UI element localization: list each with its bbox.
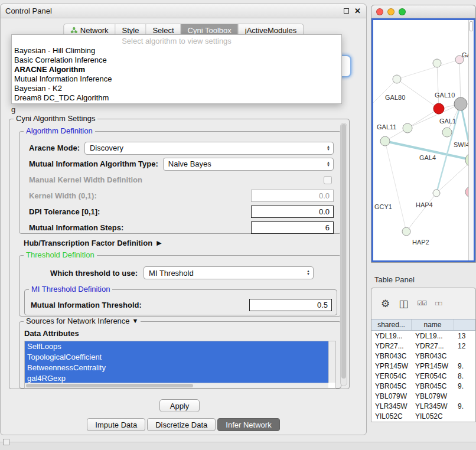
collapsed-arrow-icon[interactable]: ▶ [157,239,161,247]
kernel-width-field: 0.0 [251,190,334,202]
algorithm-definition-legend-text: Algorithm Definition [26,126,93,135]
network-node[interactable] [403,123,412,133]
attribute-list-vertical-scrollbar[interactable] [328,341,335,383]
mi-steps-row: Mutual Information Steps: 6 [29,221,334,234]
network-node[interactable] [433,59,441,67]
network-canvas[interactable]: GALGAL80GAL10GAL11GAL1SWI4GAL4GCY1HAP4HA… [371,18,475,262]
table-row[interactable]: YBR045CYBR045C9. [371,381,475,391]
threshold-definition-legend-text: Threshold Definition [26,250,94,259]
table-row[interactable]: YIL052CYIL052C [371,411,475,421]
mi-type-select[interactable]: Naive Bayes ▲▼ [163,158,334,171]
which-threshold-select[interactable]: MI Threshold ▲▼ [144,266,314,279]
control-panel-titlebar[interactable]: Control Panel ✕ [1,4,366,18]
scrollbar-thumb[interactable] [470,21,473,31]
data-attributes-label: Data Attributes [24,329,336,338]
node-label: GAL11 [377,123,396,131]
network-node[interactable] [402,227,410,236]
zoom-traffic-light[interactable] [399,8,406,15]
column-header-clipped[interactable] [454,319,475,330]
algorithm-dropdown-popup: Select algorithm to view settings Bayesi… [11,34,342,104]
table-row[interactable]: YDL19...YDL19...13 [371,331,475,341]
attribute-item-selected[interactable]: TopologicalCoefficient [25,352,328,363]
attribute-item-selected[interactable]: SelfLoops [25,341,328,352]
table-row[interactable]: YPR145WYPR145W9. [371,361,475,371]
threshold-definition-group: Threshold Definition Which threshold to … [19,255,341,317]
data-attributes-list: SelfLoops TopologicalCoefficient Between… [24,341,336,389]
table-row[interactable]: YBR043CYBR043C [371,351,475,361]
column-header-name[interactable]: name [412,319,454,330]
dpi-tolerance-field[interactable]: 0.0 [251,206,334,218]
network-window-titlebar[interactable] [371,5,475,18]
minimize-traffic-light[interactable] [387,8,395,15]
mi-threshold-definition-group: MI Threshold Definition Mutual Informati… [24,289,337,315]
mi-threshold-definition-legend: MI Threshold Definition [29,285,112,294]
which-threshold-label: Which threshold to use: [50,269,138,278]
network-view-window: GALGAL80GAL10GAL11GAL1SWI4GAL4GCY1HAP4HA… [371,5,476,263]
table-panel-title: Table Panel [374,275,415,284]
network-edge[interactable] [437,63,439,109]
status-bar [0,442,476,450]
select-all-icon[interactable]: ☑☑ [417,301,426,306]
scrollbar-thumb[interactable] [26,384,193,387]
settings-group-legend: Cyni Algorithm Settings [14,114,97,123]
mi-threshold-row: Mutual Information Threshold: 0.5 [31,299,332,311]
gear-icon[interactable]: ⚙ [381,299,390,309]
network-edge[interactable] [406,193,436,231]
tab-label: Select [152,26,174,35]
window-title: Control Panel [1,6,52,15]
table-row[interactable]: YER054CYER054C8. [371,371,475,381]
network-node[interactable] [393,75,401,83]
hub-definition-toggle[interactable]: Hub/Transcription Factor Definition ▶ [24,239,162,247]
expanded-arrow-icon[interactable]: ▼ [132,317,139,325]
algorithm-option-selected[interactable]: ARACNE Algorithm [12,65,341,74]
scrollbar-thumb[interactable] [341,124,346,379]
attribute-item-selected[interactable]: BetweennessCentrality [25,363,328,373]
sources-group: Sources for Network Inference ▼ Data Att… [19,321,341,389]
network-vertical-scrollbar[interactable] [468,20,474,260]
float-window-icon[interactable] [344,8,349,14]
algorithm-option[interactable]: Bayesian - Hill Climbing [12,46,341,56]
algorithm-option[interactable]: Basic Correlation Inference [12,56,341,65]
aracne-mode-select[interactable]: Discovery ▲▼ [84,142,334,155]
deselect-all-icon[interactable]: □□ [435,301,441,306]
network-edge[interactable] [397,60,459,79]
tab-impute-data[interactable]: Impute Data [87,418,145,431]
table-row[interactable]: YBL079WYBL079W [371,391,475,401]
table-row[interactable]: YDR27...YDR27...12 [371,341,475,351]
close-traffic-light[interactable] [376,8,383,15]
aracne-mode-row: Aracne Mode: Discovery ▲▼ [29,142,334,154]
network-node[interactable] [454,97,467,110]
which-threshold-value: MI Threshold [149,269,194,278]
bottom-tabs: Impute Data Discretize Data Infer Networ… [1,418,366,431]
node-label: SWI4 [454,141,470,148]
close-window-icon[interactable]: ✕ [354,8,361,15]
settings-scrollbar[interactable] [340,123,347,386]
algorithm-option[interactable]: Mutual Information Inference [12,74,341,84]
node-label: HAP4 [416,201,433,208]
columns-icon[interactable]: ◫ [399,299,408,309]
settings-group-legend-text: Cyni Algorithm Settings [16,114,95,123]
hub-definition-label: Hub/Transcription Factor Definition [24,239,152,247]
network-node[interactable] [442,128,452,137]
network-edge[interactable] [385,141,406,231]
attribute-list-horizontal-scrollbar[interactable] [25,383,328,388]
column-header-shared-name[interactable]: shared... [371,319,412,330]
table-row[interactable]: YLR345WYLR345W9. [371,401,475,411]
mi-steps-field[interactable]: 6 [251,221,334,234]
tab-infer-network[interactable]: Infer Network [217,418,279,431]
apply-button[interactable]: Apply [159,399,200,412]
panel-grip[interactable] [3,439,9,445]
network-node[interactable] [380,136,390,146]
mi-threshold-label: Mutual Information Threshold: [31,301,142,309]
sources-legend[interactable]: Sources for Network Inference ▼ [24,317,141,325]
network-node[interactable] [433,190,440,197]
tab-discretize-data[interactable]: Discretize Data [147,418,216,431]
tab-label: jActiveModules [245,26,296,35]
algorithm-option[interactable]: Dream8 DC_TDC Algorithm [12,93,341,103]
algorithm-option[interactable]: Bayesian - K2 [12,84,341,93]
node-label: GAL1 [439,118,456,125]
network-node[interactable] [433,103,444,114]
mi-threshold-field[interactable]: 0.5 [249,299,332,311]
sources-legend-text: Sources for Network Inference [26,317,130,325]
mi-steps-label: Mutual Information Steps: [29,223,123,232]
